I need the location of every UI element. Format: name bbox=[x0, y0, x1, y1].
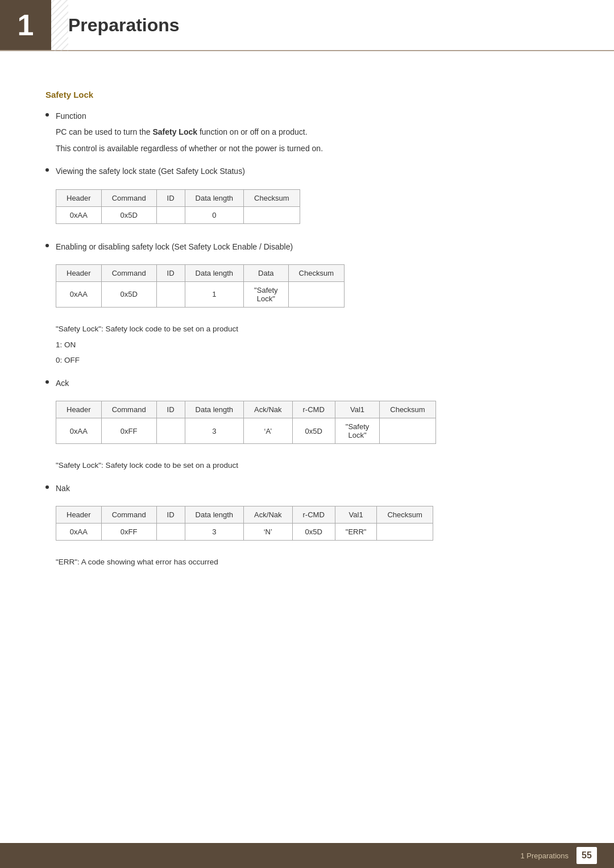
table4-row: 0xAA 0xFF 3 ‘N’ 0x5D "ERR" bbox=[56, 524, 433, 541]
table2-row: 0xAA 0x5D 1 "SafetyLock" bbox=[56, 281, 345, 307]
table3-header-command: Command bbox=[101, 401, 156, 418]
chapter-title-block: Preparations bbox=[51, 0, 614, 50]
viewing-label: Viewing the safety lock state (Get Safet… bbox=[56, 165, 569, 177]
function-label: Function bbox=[56, 110, 569, 122]
table3-cell-header: 0xAA bbox=[56, 418, 102, 444]
table4-header-datalength: Data length bbox=[185, 506, 244, 524]
table3-cell-id bbox=[156, 418, 185, 444]
bullet-content-viewing: Viewing the safety lock state (Get Safet… bbox=[56, 165, 569, 233]
table1-cell-header: 0xAA bbox=[56, 206, 102, 223]
table3-cell-val1: "SafetyLock" bbox=[335, 418, 379, 444]
subtext4: "ERR": A code showing what error has occ… bbox=[56, 556, 569, 568]
table1-row: 0xAA 0x5D 0 bbox=[56, 206, 300, 223]
table4-wrapper: Header Command ID Data length Ack/Nak r-… bbox=[56, 506, 433, 541]
table4-cell-command: 0xFF bbox=[101, 524, 156, 541]
chapter-number: 1 bbox=[0, 0, 51, 50]
list-1on: 1: ON bbox=[56, 339, 569, 351]
table4-cell-checksum bbox=[377, 524, 433, 541]
table3-header-datalength: Data length bbox=[185, 401, 244, 418]
table2-cell-datalength: 1 bbox=[185, 281, 244, 307]
table3-wrapper: Header Command ID Data length Ack/Nak r-… bbox=[56, 401, 436, 444]
bullet-dot-function bbox=[45, 113, 49, 117]
subtext1: "Safety Lock": Safety lock code to be se… bbox=[56, 323, 569, 335]
table2-header-command: Command bbox=[101, 264, 156, 281]
table2-header-datalength: Data length bbox=[185, 264, 244, 281]
table4-header-header: Header bbox=[56, 506, 102, 524]
enabling-label: Enabling or disabling safety lock (Set S… bbox=[56, 240, 569, 253]
bullet-dot-enabling bbox=[45, 244, 49, 247]
table2-header-checksum: Checksum bbox=[288, 264, 344, 281]
bullet-content-ack: Ack Header Command ID Data length Ack/Na… bbox=[56, 377, 569, 475]
bullet-dot-nak bbox=[45, 485, 49, 489]
bullet-dot-viewing bbox=[45, 168, 49, 172]
bullet-dot-ack bbox=[45, 380, 49, 384]
table3-cell-datalength: 3 bbox=[185, 418, 244, 444]
function-line1: PC can be used to turn the Safety Lock f… bbox=[56, 126, 569, 138]
page-header: 1 Preparations bbox=[0, 0, 614, 51]
table4-header-rcmd: r-CMD bbox=[292, 506, 335, 524]
table4-header-acknak: Ack/Nak bbox=[244, 506, 292, 524]
table3: Header Command ID Data length Ack/Nak r-… bbox=[56, 401, 436, 444]
table2-header-data: Data bbox=[244, 264, 288, 281]
safety-lock-bold: Safety Lock bbox=[152, 127, 197, 136]
table3-header-header: Header bbox=[56, 401, 102, 418]
table3-cell-command: 0xFF bbox=[101, 418, 156, 444]
ack-label: Ack bbox=[56, 377, 569, 389]
bullet-enabling: Enabling or disabling safety lock (Set S… bbox=[45, 240, 569, 370]
table4-cell-id bbox=[156, 524, 185, 541]
main-content: Safety Lock Function PC can be used to t… bbox=[0, 51, 614, 624]
table1-header-header: Header bbox=[56, 189, 102, 206]
table1-cell-command: 0x5D bbox=[101, 206, 156, 223]
bullet-nak: Nak Header Command ID Data length Ack/Na… bbox=[45, 482, 569, 572]
table4-header-id: ID bbox=[156, 506, 185, 524]
stripe-decoration bbox=[51, 0, 68, 51]
chapter-title: Preparations bbox=[68, 15, 180, 36]
table2: Header Command ID Data length Data Check… bbox=[56, 264, 345, 308]
table3-cell-checksum bbox=[380, 418, 435, 444]
table4-header-command: Command bbox=[101, 506, 156, 524]
table3-header-id: ID bbox=[156, 401, 185, 418]
table1-wrapper: Header Command ID Data length Checksum 0… bbox=[56, 189, 300, 224]
table1-cell-datalength: 0 bbox=[185, 206, 244, 223]
table4: Header Command ID Data length Ack/Nak r-… bbox=[56, 506, 433, 541]
bullet-ack: Ack Header Command ID Data length Ack/Na… bbox=[45, 377, 569, 475]
table3-row: 0xAA 0xFF 3 ‘A’ 0x5D "SafetyLock" bbox=[56, 418, 436, 444]
table3-header-rcmd: r-CMD bbox=[292, 401, 335, 418]
table2-header-header: Header bbox=[56, 264, 102, 281]
section-heading: Safety Lock bbox=[45, 90, 569, 99]
bullet-viewing: Viewing the safety lock state (Get Safet… bbox=[45, 165, 569, 233]
table2-header-id: ID bbox=[156, 264, 185, 281]
safety-lock-section: Safety Lock Function PC can be used to t… bbox=[45, 90, 569, 572]
table4-cell-rcmd: 0x5D bbox=[292, 524, 335, 541]
table4-header-val1: Val1 bbox=[335, 506, 377, 524]
table4-cell-val1: "ERR" bbox=[335, 524, 377, 541]
table2-cell-command: 0x5D bbox=[101, 281, 156, 307]
table4-cell-header: 0xAA bbox=[56, 524, 102, 541]
table1-cell-id bbox=[156, 206, 185, 223]
table2-cell-header: 0xAA bbox=[56, 281, 102, 307]
table3-header-val1: Val1 bbox=[335, 401, 379, 418]
table4-cell-acknak: ‘N’ bbox=[244, 524, 292, 541]
table3-header-checksum: Checksum bbox=[380, 401, 435, 418]
table2-cell-id bbox=[156, 281, 185, 307]
bullet-function: Function PC can be used to turn the Safe… bbox=[45, 110, 569, 158]
subtext3: "Safety Lock": Safety lock code to be se… bbox=[56, 459, 569, 472]
bullet-content-enabling: Enabling or disabling safety lock (Set S… bbox=[56, 240, 569, 370]
table3-cell-acknak: ‘A’ bbox=[244, 418, 292, 444]
nak-label: Nak bbox=[56, 482, 569, 495]
table1-header-id: ID bbox=[156, 189, 185, 206]
bullet-content-function: Function PC can be used to turn the Safe… bbox=[56, 110, 569, 158]
table1-header-command: Command bbox=[101, 189, 156, 206]
table1-cell-checksum bbox=[244, 206, 300, 223]
table1-header-datalength: Data length bbox=[185, 189, 244, 206]
table3-header-acknak: Ack/Nak bbox=[244, 401, 292, 418]
table4-header-checksum: Checksum bbox=[377, 506, 433, 524]
list-0off: 0: OFF bbox=[56, 354, 569, 367]
footer-page-number: 55 bbox=[576, 847, 597, 864]
page-footer: 1 Preparations 55 bbox=[0, 843, 614, 868]
table2-cell-checksum bbox=[288, 281, 344, 307]
table1-header-checksum: Checksum bbox=[244, 189, 300, 206]
table4-cell-datalength: 3 bbox=[185, 524, 244, 541]
function-line2: This control is available regardless of … bbox=[56, 142, 569, 155]
table2-cell-data: "SafetyLock" bbox=[244, 281, 288, 307]
